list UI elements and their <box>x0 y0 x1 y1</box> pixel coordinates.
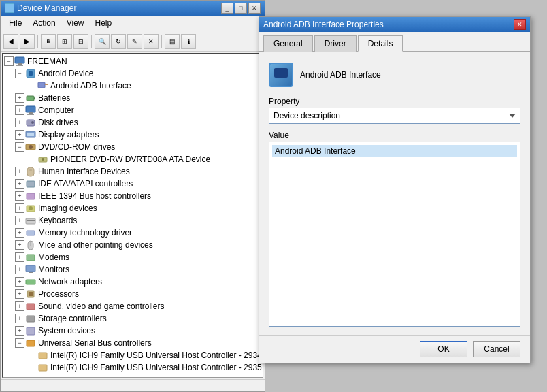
tree-item-android-adb[interactable]: Android ADB Interface <box>3 80 263 92</box>
expander-android-device[interactable] <box>15 69 24 78</box>
expander-imaging[interactable] <box>15 203 24 213</box>
tab-driver[interactable]: Driver <box>314 35 357 52</box>
tree-item-keyboards[interactable]: Keyboards <box>3 214 263 227</box>
tab-details[interactable]: Details <box>358 35 403 52</box>
expander-computer[interactable] <box>15 105 24 115</box>
tree-label-ieee1394: IEEE 1394 Bus host controllers <box>38 191 151 201</box>
expander-ieee1394[interactable] <box>15 191 24 201</box>
svg-rect-31 <box>27 231 35 235</box>
toolbar-btn3[interactable]: ⊟ <box>73 34 88 49</box>
tree-item-usb[interactable]: Universal Serial Bus controllers <box>3 337 263 349</box>
toolbar-btn9[interactable]: ℹ <box>181 34 196 49</box>
icon-ide <box>25 178 36 189</box>
tree-item-batteries[interactable]: Batteries <box>3 92 263 104</box>
svg-point-25 <box>29 206 33 210</box>
tree-item-network[interactable]: Network adapters <box>3 276 263 288</box>
cancel-button[interactable]: Cancel <box>473 341 520 357</box>
expander-freeman[interactable] <box>4 56 14 66</box>
icon-mice <box>25 240 36 250</box>
tree-item-android-device[interactable]: Android Device <box>3 67 263 80</box>
icon-android-adb <box>37 80 48 91</box>
tree-label-usb: Universal Serial Bus controllers <box>38 338 152 348</box>
ok-button[interactable]: OK <box>420 341 467 357</box>
expander-network[interactable] <box>15 277 24 287</box>
tree-item-mice[interactable]: Mice and other pointing devices <box>3 239 263 251</box>
tree-item-dvdcd[interactable]: DVD/CD-ROM drives <box>3 141 263 153</box>
tab-general[interactable]: General <box>263 35 313 52</box>
dm-minimize-button[interactable]: _ <box>221 3 233 14</box>
toolbar-dm[interactable]: 🖥 <box>41 34 56 49</box>
dm-maximize-button[interactable]: □ <box>235 3 247 14</box>
expander-display-adapters[interactable] <box>15 130 24 140</box>
tree-item-sound[interactable]: Sound, video and game controllers <box>3 300 263 312</box>
tree-item-processors[interactable]: Processors <box>3 288 263 300</box>
svg-rect-30 <box>33 220 35 221</box>
menu-help[interactable]: Help <box>90 17 118 29</box>
svg-rect-1 <box>18 63 22 65</box>
svg-rect-5 <box>38 82 45 88</box>
tree-item-ide[interactable]: IDE ATA/ATAPI controllers <box>3 178 263 190</box>
expander-monitors[interactable] <box>15 265 24 274</box>
dm-toolbar: ◀ ▶ 🖥 ⊞ ⊟ 🔍 ↻ ✎ ✕ ▤ ℹ <box>1 31 265 52</box>
tree-item-monitors[interactable]: Monitors <box>3 263 263 276</box>
tree-label-android-device: Android Device <box>38 69 93 78</box>
property-dropdown[interactable]: Device description <box>269 108 520 124</box>
tree-item-memory[interactable]: Memory technology driver <box>3 227 263 239</box>
tree-item-ieee1394[interactable]: IEEE 1394 Bus host controllers <box>3 190 263 202</box>
toolbar-btn4[interactable]: 🔍 <box>95 34 110 49</box>
tree-item-computer[interactable]: Computer <box>3 104 263 116</box>
toolbar-btn5[interactable]: ↻ <box>111 34 126 49</box>
expander-keyboards[interactable] <box>15 216 24 225</box>
toolbar-btn6[interactable]: ✎ <box>127 34 142 49</box>
expander-memory[interactable] <box>15 228 24 238</box>
menu-file[interactable]: File <box>3 17 27 29</box>
icon-hid <box>25 166 36 177</box>
expander-processors[interactable] <box>15 289 24 299</box>
expander-batteries[interactable] <box>15 93 24 103</box>
tree-item-freeman[interactable]: FREEMAN <box>3 55 263 67</box>
tree-item-disk-drives[interactable]: Disk drives <box>3 116 263 129</box>
tree-item-system[interactable]: System devices <box>3 325 263 337</box>
expander-system[interactable] <box>15 326 24 336</box>
toolbar-sep-1 <box>37 35 38 48</box>
tree-label-dvdcd: DVD/CD-ROM drives <box>38 142 115 152</box>
icon-display-adapters <box>25 129 36 140</box>
tree-item-imaging[interactable]: Imaging devices <box>3 202 263 214</box>
tree-item-usb2[interactable]: Intel(R) ICH9 Family USB Universal Host … <box>3 361 263 374</box>
expander-ide[interactable] <box>15 179 24 189</box>
expander-mice[interactable] <box>15 240 24 250</box>
menu-view[interactable]: View <box>61 17 90 29</box>
tree-item-hid[interactable]: Human Interface Devices <box>3 165 263 178</box>
expander-dvdcd[interactable] <box>15 142 24 152</box>
tree-label-freeman: FREEMAN <box>27 56 67 66</box>
dialog-content: Android ADB Interface Property Device de… <box>259 52 530 335</box>
tree-item-modems[interactable]: Modems <box>3 251 263 263</box>
expander-disk-drives[interactable] <box>15 118 24 127</box>
icon-monitors <box>25 264 36 275</box>
toolbar-btn7[interactable]: ✕ <box>144 34 159 49</box>
svg-rect-2 <box>16 65 23 66</box>
expander-storage[interactable] <box>15 314 24 323</box>
device-big-icon <box>269 63 293 87</box>
icon-computer <box>14 56 25 67</box>
toolbar-btn2[interactable]: ⊞ <box>57 34 72 49</box>
device-tree[interactable]: FREEMAN Android Device Android ADB Inter… <box>2 53 263 378</box>
tree-label-network: Network adapters <box>38 277 102 287</box>
tree-label-hid: Human Interface Devices <box>38 167 130 176</box>
dm-close-button[interactable]: ✕ <box>248 3 261 14</box>
tree-item-usb1[interactable]: Intel(R) ICH9 Family USB Universal Host … <box>3 349 263 361</box>
expander-modems[interactable] <box>15 252 24 262</box>
menu-action[interactable]: Action <box>27 17 61 29</box>
tree-item-storage[interactable]: Storage controllers <box>3 312 263 325</box>
expander-hid[interactable] <box>15 167 24 176</box>
toolbar-forward[interactable]: ▶ <box>20 34 35 49</box>
toolbar-btn8[interactable]: ▤ <box>165 34 180 49</box>
toolbar-back[interactable]: ◀ <box>3 34 18 49</box>
value-label: Value <box>269 131 520 140</box>
tree-item-display-adapters[interactable]: Display adapters <box>3 129 263 141</box>
dm-titlebar: Device Manager _ □ ✕ <box>1 1 265 16</box>
expander-sound[interactable] <box>15 301 24 311</box>
dialog-close-button[interactable]: ✕ <box>514 19 526 30</box>
tree-item-pioneer[interactable]: PIONEER DVD-RW DVRTD08A ATA Device <box>3 153 263 165</box>
expander-usb[interactable] <box>15 338 24 348</box>
